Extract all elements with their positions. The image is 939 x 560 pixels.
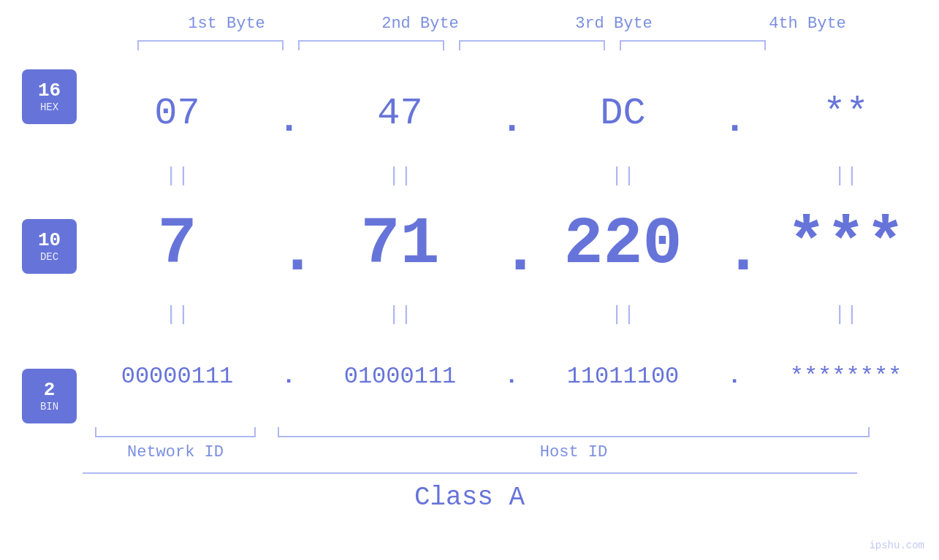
bin-dot1: . xyxy=(278,363,300,390)
dec-dot3: . xyxy=(723,215,745,289)
content-area: 16 HEX 10 DEC 2 BIN 07 . xyxy=(0,69,939,423)
eq1-sign2: || xyxy=(388,164,413,187)
bracket-3 xyxy=(459,40,605,55)
dec-b3-cell: 220 xyxy=(522,207,723,282)
byte4-header: 4th Byte xyxy=(734,15,881,33)
bracket-top-3 xyxy=(459,40,605,50)
hex-b3-cell: DC xyxy=(522,92,723,135)
network-bracket xyxy=(95,427,256,437)
dec-dot1: . xyxy=(278,215,300,289)
hex-b2-value: 47 xyxy=(377,92,422,135)
bracket-4 xyxy=(620,40,766,55)
eq2-c4: || xyxy=(745,303,939,326)
bin-badge-num: 2 xyxy=(44,380,56,401)
rows-container: 07 . 47 . DC . ** || xyxy=(77,69,939,423)
bracket-top-2 xyxy=(298,40,444,50)
byte3-header: 3rd Byte xyxy=(541,15,687,33)
bin-dot3: . xyxy=(723,363,745,390)
eq2-sign3: || xyxy=(611,303,636,326)
eq2-sign4: || xyxy=(834,303,859,326)
eq2-sign2: || xyxy=(388,303,413,326)
dec-b2-cell: 71 xyxy=(300,207,501,282)
class-row: Class A xyxy=(0,472,939,513)
dec-row: 7 . 71 . 220 . *** xyxy=(77,193,939,296)
hex-dot3: . xyxy=(723,99,745,142)
bin-b2-value: 01000111 xyxy=(344,363,457,390)
bin-b1-value: 00000111 xyxy=(121,363,234,390)
dec-b4-cell: *** xyxy=(745,207,939,282)
eq2-c1: || xyxy=(77,303,278,326)
byte-headers: 1st Byte 2nd Byte 3rd Byte 4th Byte xyxy=(130,15,905,33)
bracket-1 xyxy=(137,40,284,55)
network-id-label: Network ID xyxy=(95,443,256,461)
hex-dot2: . xyxy=(501,99,522,142)
class-bracket-line xyxy=(83,472,857,474)
eq2-c3: || xyxy=(522,303,723,326)
watermark: ipshu.com xyxy=(869,540,924,551)
eq1-c2: || xyxy=(300,164,501,187)
bracket-top-1 xyxy=(137,40,284,50)
hex-badge: 16 HEX xyxy=(22,69,77,124)
badges-column: 16 HEX 10 DEC 2 BIN xyxy=(0,69,77,423)
dec-b1-value: 7 xyxy=(157,207,197,282)
eq1-c3: || xyxy=(522,164,723,187)
byte2-header: 2nd Byte xyxy=(347,15,493,33)
bracket-2 xyxy=(298,40,444,55)
labels-row: Network ID Host ID xyxy=(95,443,870,461)
hex-b4-cell: ** xyxy=(745,92,939,135)
equals-row-2: || || || || xyxy=(77,296,939,332)
hex-b1-cell: 07 xyxy=(77,92,278,135)
eq1-sign3: || xyxy=(611,164,636,187)
eq2-c2: || xyxy=(300,303,501,326)
eq1-sign4: || xyxy=(834,164,859,187)
hex-b3-value: DC xyxy=(600,92,645,135)
dec-dot2: . xyxy=(501,215,522,289)
hex-row: 07 . 47 . DC . ** xyxy=(77,69,939,157)
bin-b4-value: ******** xyxy=(790,363,902,390)
bin-b4-cell: ******** xyxy=(745,363,939,390)
bracket-top-4 xyxy=(620,40,766,50)
hex-b1-value: 07 xyxy=(154,92,199,135)
top-brackets xyxy=(130,40,905,55)
dec-badge-label: DEC xyxy=(40,251,58,263)
eq1-c4: || xyxy=(745,164,939,187)
dec-b1-cell: 7 xyxy=(77,207,278,282)
hex-dot1: . xyxy=(278,99,300,142)
dec-b2-value: 71 xyxy=(360,207,439,282)
byte1-header: 1st Byte xyxy=(153,15,300,33)
hex-badge-label: HEX xyxy=(40,101,58,113)
bin-badge: 2 BIN xyxy=(22,369,77,423)
eq1-c1: || xyxy=(77,164,278,187)
bin-b1-cell: 00000111 xyxy=(77,363,278,390)
bottom-brackets-row xyxy=(95,427,870,437)
hex-b4-value: ** xyxy=(823,92,868,135)
bin-dot2: . xyxy=(501,363,522,390)
host-id-label: Host ID xyxy=(278,443,870,461)
dec-badge-num: 10 xyxy=(38,230,61,251)
hex-badge-num: 16 xyxy=(38,80,61,101)
bin-b3-value: 11011100 xyxy=(567,363,680,390)
main-container: 1st Byte 2nd Byte 3rd Byte 4th Byte 16 H… xyxy=(0,0,939,560)
bin-badge-label: BIN xyxy=(40,401,58,413)
dec-b3-value: 220 xyxy=(563,207,682,282)
eq1-sign1: || xyxy=(165,164,190,187)
dec-badge: 10 DEC xyxy=(22,219,77,274)
host-bracket xyxy=(278,427,870,437)
dec-b4-value: *** xyxy=(786,207,905,282)
bottom-section: Network ID Host ID Class A xyxy=(0,423,939,513)
eq2-sign1: || xyxy=(165,303,190,326)
bin-b3-cell: 11011100 xyxy=(522,363,723,390)
class-label: Class A xyxy=(414,483,525,513)
equals-row-1: || || || || xyxy=(77,157,939,193)
bin-row: 00000111 . 01000111 . 11011100 . *******… xyxy=(77,332,939,420)
hex-b2-cell: 47 xyxy=(300,92,501,135)
bin-b2-cell: 01000111 xyxy=(300,363,501,390)
